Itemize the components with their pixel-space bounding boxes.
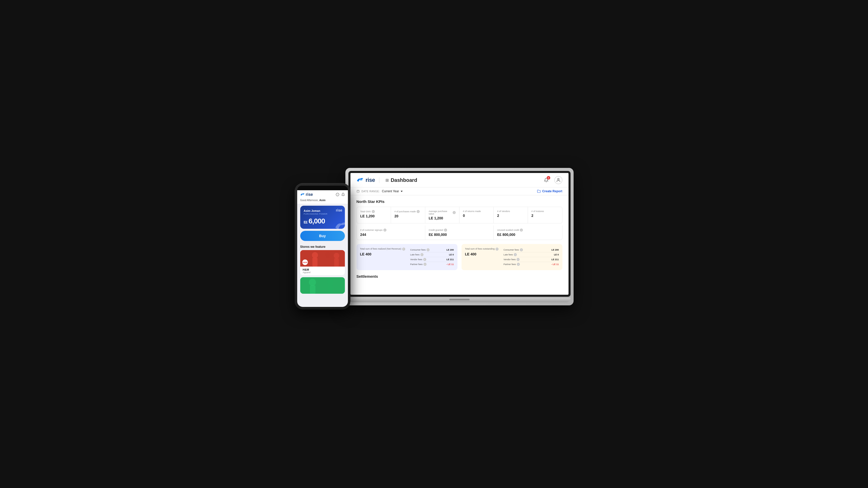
store-name-hm: H&M	[303, 268, 342, 271]
dashboard-content: North Star KPIs Total GMV i LE 1,200	[350, 195, 568, 295]
fees-out-partner-value: - LE 11	[551, 263, 559, 266]
phone-device: rise	[294, 183, 350, 309]
kpi-vendors-value: 2	[497, 214, 524, 218]
svg-point-16	[309, 279, 316, 286]
fees-outstanding-left: Total sum of fees outstanding i LE 400	[465, 248, 499, 267]
store-item-hm[interactable]: H&M H&M Apparel	[300, 250, 345, 275]
store-image-2-visual	[300, 277, 345, 294]
phone-notch-area	[297, 186, 348, 190]
fees-realized-label: Total sum of fees realized (Net Revenue)…	[360, 248, 405, 251]
info-icon-signups: i	[383, 228, 386, 232]
kpi-signups: # of customer signups i 244	[357, 225, 425, 240]
kpi-avg-purchase-value: LE 1,200	[429, 216, 456, 220]
info-icon-out-vendor: i	[517, 258, 520, 261]
phone-card-bird-decoration	[335, 221, 345, 229]
fees-row-partner: Partner fees i - LE 11	[410, 262, 454, 267]
create-report-button[interactable]: Create Report	[537, 189, 562, 193]
kpi-avg-purchase-label: Average purchase value i	[429, 210, 456, 215]
store-info-hm: H&M Apparel	[300, 267, 345, 275]
phone-info-icon	[336, 193, 339, 196]
svg-rect-14	[334, 258, 339, 267]
kpi-grid-row1: Total GMV i LE 1,200 # of purchases made…	[356, 207, 562, 223]
dashboard-toolbar: DATE RANGE: Current Year Creat	[350, 187, 568, 195]
info-icon-out-partner: i	[517, 263, 520, 266]
kpi-signups-value: 244	[360, 233, 422, 237]
title-area: ⊞ Dashboard	[379, 177, 417, 183]
hm-logo-badge: H&M	[302, 260, 308, 265]
phone-card-currency: E£	[304, 220, 308, 224]
user-avatar-button[interactable]	[554, 176, 562, 184]
buy-button[interactable]: Buy	[300, 231, 345, 241]
fees-realized-value: LE 400	[360, 252, 405, 256]
rise-bird-icon	[356, 177, 364, 183]
laptop-device: rise ⊞ Dashboard	[345, 168, 574, 315]
kpi-unused-credit-label: Unused availed credit i	[497, 228, 559, 232]
kpi-purchases: # of purchases made i 20	[391, 207, 425, 223]
header-right: 4	[542, 176, 562, 184]
svg-point-11	[325, 252, 330, 257]
fees-row-consumer: Consumer fees i LE 200	[410, 248, 454, 252]
fees-partner-value: - LE 11	[446, 263, 454, 266]
laptop-outer: rise ⊞ Dashboard	[345, 168, 574, 305]
svg-point-0	[558, 178, 559, 180]
phone-user-name: Asim	[319, 199, 326, 202]
kpi-purchases-label: # of purchases made i	[395, 210, 422, 213]
date-range-label: DATE RANGE:	[362, 190, 380, 193]
info-icon-credit: i	[444, 228, 447, 232]
dashboard-header: rise ⊞ Dashboard	[350, 173, 568, 187]
store-item-2[interactable]	[300, 277, 345, 294]
phone-logo-text: rise	[306, 192, 313, 197]
kpi-returns: # of returns made 0	[460, 207, 494, 223]
report-icon	[537, 189, 540, 193]
svg-point-13	[334, 253, 339, 258]
kpi-signups-label: # of customer signups i	[360, 228, 422, 232]
kpi-vendors: # of Vendors 2	[494, 207, 528, 223]
fees-grid: Total sum of fees realized (Net Revenue)…	[356, 244, 562, 270]
info-icon-realized: i	[402, 248, 405, 251]
logo-text: rise	[366, 177, 375, 183]
dashboard-app: rise ⊞ Dashboard	[350, 173, 568, 295]
kpi-credit-granted-label: Credit granted i	[429, 228, 490, 232]
svg-point-9	[312, 252, 318, 258]
kpi-returns-value: 0	[463, 214, 490, 218]
phone-app-header: rise	[297, 190, 348, 199]
phone-screen: rise	[297, 190, 348, 307]
fees-out-late-value: LE 0	[554, 253, 559, 256]
calendar-icon	[356, 190, 360, 193]
svg-rect-1	[357, 190, 359, 192]
fees-realized-breakdown: Consumer fees i LE 200 Late fees	[410, 248, 454, 267]
fees-vendor-value: LE 211	[446, 258, 454, 261]
phone-bird-icon	[300, 193, 305, 196]
kpi-avg-purchase: Average purchase value i LE 1,200	[425, 207, 460, 223]
date-range-dropdown[interactable]: Current Year	[382, 189, 403, 193]
dashboard-title: Dashboard	[391, 177, 417, 183]
notification-button[interactable]: 4	[542, 176, 550, 184]
kpi-grid-row2: # of customer signups i 244 Credit grant…	[356, 225, 562, 240]
fees-out-row-consumer: Consumer fees i LE 200	[504, 248, 559, 252]
phone-card-rise-logo: rise	[336, 208, 342, 212]
fees-out-row-late: Late fees i LE 0	[504, 252, 559, 257]
header-left: rise ⊞ Dashboard	[356, 177, 417, 183]
date-range-selector[interactable]: DATE RANGE: Current Year	[356, 189, 403, 193]
date-range-value-text: Current Year	[382, 189, 399, 193]
grid-icon: ⊞	[385, 178, 389, 183]
info-icon-outstanding: i	[495, 248, 499, 251]
fees-out-consumer-value: LE 200	[551, 249, 559, 251]
phone-logo: rise	[300, 192, 313, 197]
svg-rect-10	[312, 258, 317, 267]
info-icon-consumer: i	[427, 248, 430, 251]
stores-title: Stores we feature	[297, 243, 348, 250]
fees-late-value: LE 0	[449, 253, 454, 256]
fees-outstanding-label: Total sum of fees outstanding i	[465, 248, 499, 251]
svg-rect-15	[300, 277, 345, 294]
kpi-returns-label: # of returns made	[463, 210, 490, 213]
phone-card-subtitle: PURCHASING POWER	[304, 213, 341, 215]
phone-outer: rise	[294, 183, 350, 309]
info-icon-out-late: i	[514, 253, 517, 256]
fees-out-row-partner: Partner fees i - LE 11	[504, 262, 559, 267]
fees-outstanding-value: LE 400	[465, 252, 499, 256]
info-icon-out-consumer: i	[520, 248, 523, 251]
kpi-instores-value: 2	[531, 214, 559, 218]
create-report-label: Create Report	[542, 189, 562, 193]
store-image-2	[300, 277, 345, 294]
